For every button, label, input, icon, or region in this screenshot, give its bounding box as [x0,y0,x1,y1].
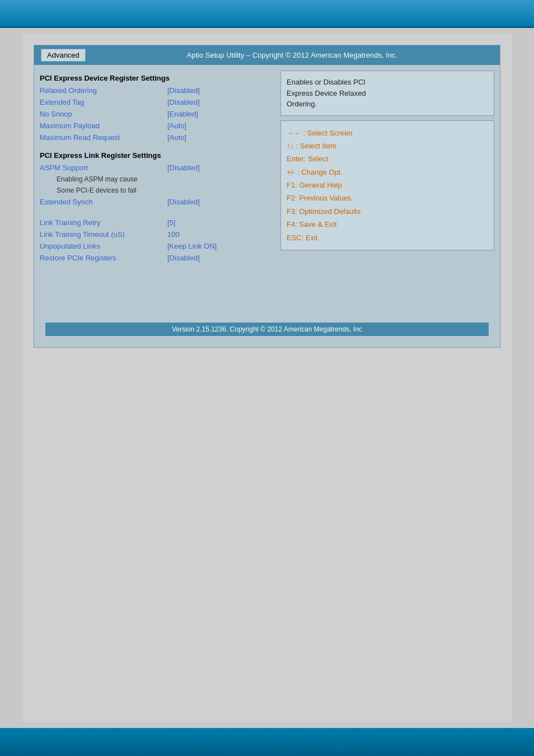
list-item[interactable]: Link Training Retry [5] [40,218,275,227]
nav-line7: F3: Optimized Defaults [287,205,488,218]
no-snoop-label: No Snoop [40,110,163,118]
link-training-timeout-label: Link Training Timeout (uS) [40,230,163,239]
nav-line8: F4: Save & Exit [287,218,488,231]
help-line2: Express Device Relaxed [287,88,488,99]
list-item[interactable]: Relaxed Ordering [Disabled] [40,86,275,95]
left-panel: PCI Express Device Register Settings Rel… [40,71,275,317]
link-training-timeout-value: 100 [167,230,180,239]
nav-line9: ESC: Exit [287,231,488,244]
help-line1: Enables or Disables PCI [287,77,488,88]
list-item: Some PCI-E devices to fail [40,186,275,195]
list-item[interactable]: Maximum Read Request [Auto] [40,133,275,142]
bottom-bar [0,728,534,756]
max-payload-value: [Auto] [167,122,186,130]
link-training-retry-value: [5] [167,218,175,227]
top-bar [0,0,534,28]
nav-line3: Enter: Select [287,152,488,165]
nav-line2: ↑↓ : Select Item [287,139,488,152]
max-payload-label: Maximum Payload [40,122,163,130]
help-line3: Ordering. [287,99,488,110]
content-area: PCI Express Device Register Settings Rel… [34,65,500,323]
list-item[interactable]: Maximum Payload [Auto] [40,121,275,130]
list-item: Enabling ASPM may cause [40,175,275,184]
restore-pcie-value: [Disabled] [167,254,200,262]
setup-panel: Advanced Aptio Setup Utility – Copyright… [34,45,500,348]
right-panel: Enables or Disables PCI Express Device R… [280,71,494,317]
main-container: Advanced Aptio Setup Utility – Copyright… [22,34,512,722]
nav-line5: F1: General Help [287,179,488,192]
device-settings-header: PCI Express Device Register Settings [40,74,275,82]
aspm-note1: Enabling ASPM may cause [40,175,163,183]
aspm-support-label: ASPM Support [40,164,163,172]
list-item[interactable]: No Snoop [Enabled] [40,109,275,119]
list-item[interactable]: Extended Synch [Disabled] [40,197,275,207]
nav-line1: →← : Select Screen [287,127,488,139]
list-item[interactable]: Unpopulated Links [Keep Link ON] [40,241,275,251]
link-settings-header: PCI Express Link Register Settings [40,151,275,160]
link-training-retry-label: Link Training Retry [40,218,163,227]
aspm-note2: Some PCI-E devices to fail [40,186,163,194]
list-item[interactable]: ASPM Support [Disabled] [40,163,275,172]
extended-tag-value: [Disabled] [167,98,200,106]
help-box: Enables or Disables PCI Express Device R… [280,71,494,116]
header-title: Aptio Setup Utility – Copyright © 2012 A… [91,51,493,59]
max-read-request-value: [Auto] [167,133,186,142]
header-row: Advanced Aptio Setup Utility – Copyright… [34,45,500,65]
extended-synch-label: Extended Synch [40,198,163,206]
max-read-request-label: Maximum Read Request [40,133,163,142]
footer-bar: Version 2.15.1236. Copyright © 2012 Amer… [45,323,489,336]
list-item[interactable]: Restore PCIe Registers [Disabled] [40,253,275,263]
aspm-support-value: [Disabled] [167,164,200,172]
unpopulated-links-label: Unpopulated Links [40,242,163,250]
no-snoop-value: [Enabled] [167,110,198,118]
list-item[interactable]: Extended Tag [Disabled] [40,97,275,107]
unpopulated-links-value: [Keep Link ON] [167,242,217,250]
nav-line6: F2: Previous Values [287,192,488,204]
nav-box: →← : Select Screen ↑↓ : Select Item Ente… [280,120,494,251]
relaxed-ordering-label: Relaxed Ordering [40,86,163,95]
extended-tag-label: Extended Tag [40,98,163,106]
tab-advanced[interactable]: Advanced [41,49,86,62]
nav-line4: +/- : Change Opt. [287,166,488,179]
extended-synch-value: [Disabled] [167,198,200,206]
list-item[interactable]: Link Training Timeout (uS) 100 [40,230,275,239]
relaxed-ordering-value: [Disabled] [167,86,200,95]
restore-pcie-label: Restore PCIe Registers [40,254,163,262]
